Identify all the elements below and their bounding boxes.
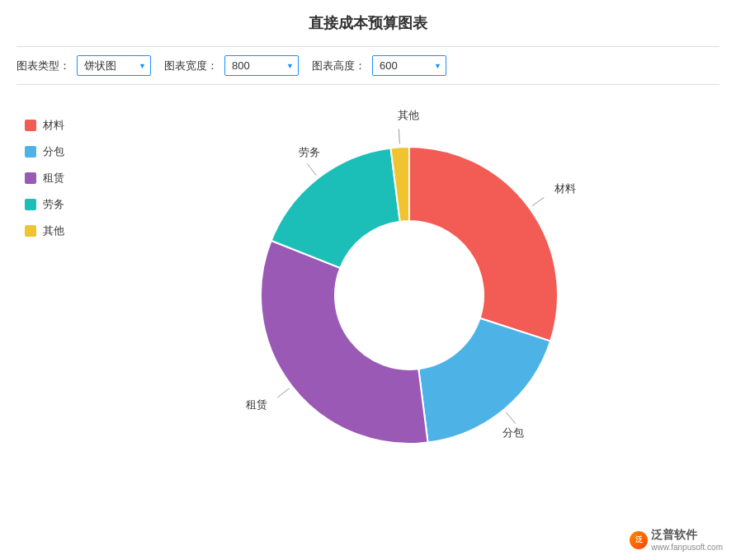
chart-width-select[interactable]: 600 700 800 900 1000	[224, 55, 299, 76]
segment-line-other	[399, 129, 399, 144]
width-select-wrapper[interactable]: 600 700 800 900 1000	[224, 55, 299, 76]
legend-label-subcontract: 分包	[43, 144, 64, 159]
footer: 泛 泛普软件 www.fanpusoft.com	[630, 528, 723, 552]
legend-label-labor: 劳务	[43, 197, 64, 212]
legend: 材料 分包 租赁 劳务 其他	[17, 101, 99, 255]
legend-item-other: 其他	[25, 224, 91, 238]
content-area: 材料 分包 租赁 劳务 其他 材料分包租赁劳务其他	[17, 101, 719, 497]
segment-line-materials	[532, 197, 545, 206]
segment-label-subcontract: 分包	[502, 426, 524, 439]
segment-line-subcontract	[506, 412, 515, 424]
page-title: 直接成本预算图表	[17, 13, 719, 33]
segment-label-labor: 劳务	[299, 146, 320, 158]
toolbar-width-group: 图表宽度： 600 700 800 900 1000	[164, 55, 299, 76]
height-label: 图表高度：	[312, 59, 366, 73]
legend-item-materials: 材料	[25, 118, 91, 133]
segment-line-rental	[277, 388, 289, 398]
brand-url: www.fanpusoft.com	[651, 543, 723, 552]
legend-label-rental: 租赁	[43, 171, 64, 186]
height-select-wrapper[interactable]: 400 500 600 700 800	[372, 55, 446, 76]
segment-line-labor	[307, 163, 316, 175]
legend-item-rental: 租赁	[25, 171, 91, 186]
footer-text: 泛普软件 www.fanpusoft.com	[651, 528, 723, 552]
chart-height-select[interactable]: 400 500 600 700 800	[372, 55, 446, 76]
legend-color-materials	[25, 120, 36, 131]
toolbar-height-group: 图表高度： 400 500 600 700 800	[312, 55, 446, 76]
toolbar-type-group: 图表类型： 饼状图 柱状图 折线图	[17, 55, 151, 76]
legend-color-rental	[25, 172, 36, 184]
legend-item-labor: 劳务	[25, 197, 91, 212]
type-label: 图表类型：	[17, 59, 70, 73]
brand-icon: 泛	[630, 531, 648, 549]
segment-label-materials: 材料	[554, 182, 576, 195]
type-select-wrapper[interactable]: 饼状图 柱状图 折线图	[77, 55, 151, 76]
donut-chart-svg: 材料分包租赁劳务其他	[170, 101, 649, 497]
segment-subcontract	[418, 318, 550, 443]
width-label: 图表宽度：	[164, 59, 218, 73]
legend-color-subcontract	[25, 146, 36, 158]
legend-item-subcontract: 分包	[25, 144, 91, 159]
segment-label-other: 其他	[398, 109, 419, 121]
segment-rental	[261, 241, 428, 444]
legend-color-labor	[25, 199, 36, 210]
toolbar: 图表类型： 饼状图 柱状图 折线图 图表宽度： 600 700 800 900 …	[17, 46, 719, 85]
page-container: 直接成本预算图表 图表类型： 饼状图 柱状图 折线图 图表宽度： 600 700…	[0, 0, 736, 560]
segment-label-rental: 租赁	[246, 398, 267, 411]
chart-type-select[interactable]: 饼状图 柱状图 折线图	[77, 55, 151, 76]
brand-icon-text: 泛	[635, 534, 643, 545]
legend-label-materials: 材料	[43, 118, 64, 133]
brand-name: 泛普软件	[651, 528, 723, 543]
chart-area: 材料分包租赁劳务其他	[99, 101, 719, 497]
segment-materials	[409, 147, 558, 341]
legend-color-other	[25, 225, 36, 237]
legend-label-other: 其他	[43, 224, 64, 238]
